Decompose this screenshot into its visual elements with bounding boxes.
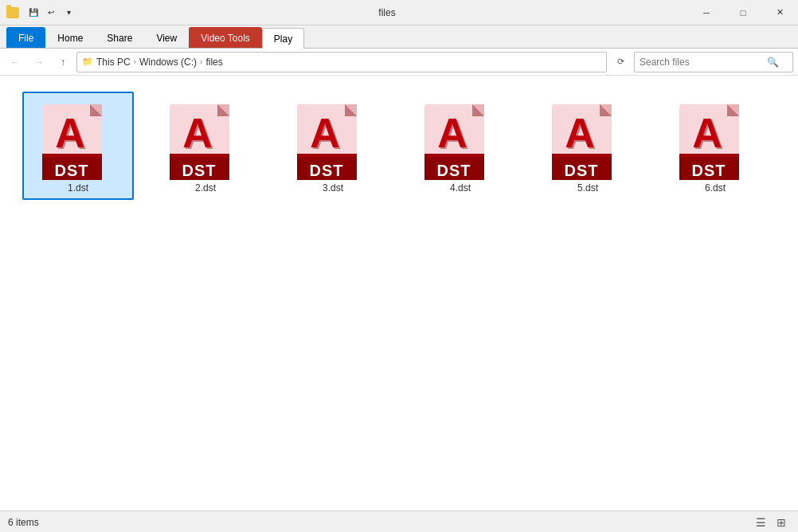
svg-text:DST: DST	[182, 162, 217, 179]
back-button[interactable]: ←	[5, 52, 25, 72]
svg-text:A: A	[437, 110, 467, 156]
dst-file-icon: DST A A A	[675, 98, 755, 178]
breadcrumb-folder-icon: 📁	[82, 57, 93, 67]
forward-button[interactable]: →	[29, 52, 49, 72]
refresh-button[interactable]: ⟳	[610, 52, 631, 72]
large-icons-view-btn[interactable]: ⊞	[773, 514, 790, 531]
title-bar-left: 💾 ↩ ▾	[0, 5, 86, 21]
dst-file-icon: DST A A A	[293, 98, 373, 178]
svg-text:DST: DST	[55, 162, 89, 179]
file-item-3[interactable]: DST A A A 3.dst	[277, 92, 389, 200]
tab-video-tools[interactable]: Video Tools	[189, 27, 262, 48]
file-item-1[interactable]: DST A A A 1.dst	[22, 92, 134, 200]
tab-play[interactable]: Play	[262, 28, 304, 49]
window-title: files	[86, 7, 688, 18]
minimize-button[interactable]: ─	[688, 0, 725, 25]
view-controls: ☰ ⊞	[752, 514, 790, 531]
svg-text:A: A	[310, 110, 340, 156]
window-controls: ─ □ ✕	[688, 0, 798, 25]
ribbon: File Home Share View Video Tools Play	[0, 25, 798, 49]
file-item-6[interactable]: DST A A A 6.dst	[659, 92, 771, 200]
files-grid: DST A A A 1.dst DST	[16, 85, 782, 206]
close-button[interactable]: ✕	[761, 0, 798, 25]
title-bar: 💾 ↩ ▾ files ─ □ ✕	[0, 0, 798, 25]
search-input[interactable]	[640, 57, 767, 68]
up-button[interactable]: ↑	[53, 52, 73, 72]
details-view-btn[interactable]: ☰	[752, 514, 769, 531]
svg-text:DST: DST	[437, 162, 471, 179]
svg-text:DST: DST	[565, 162, 599, 179]
breadcrumb-sep-2: ›	[200, 57, 202, 66]
breadcrumb-this-pc: This PC	[96, 57, 131, 68]
breadcrumb-files: files	[205, 57, 222, 68]
file-item-4[interactable]: DST A A A 4.dst	[405, 92, 516, 200]
quick-access-toolbar: 💾 ↩ ▾	[22, 5, 80, 21]
svg-text:DST: DST	[692, 162, 726, 179]
search-bar[interactable]: 🔍	[634, 52, 793, 72]
tab-view[interactable]: View	[144, 27, 189, 48]
ribbon-tabs: File Home Share View Video Tools Play	[0, 25, 798, 48]
content-area: DST A A A 1.dst DST	[0, 76, 798, 510]
undo-qs-btn[interactable]: ↩	[43, 5, 59, 21]
file-item-5[interactable]: DST A A A 5.dst	[532, 92, 643, 200]
svg-text:A: A	[55, 110, 85, 156]
breadcrumb: 📁 This PC › Windows (C:) › files	[82, 57, 223, 68]
dst-file-icon: DST A A A	[38, 98, 118, 178]
tab-share[interactable]: Share	[95, 27, 144, 48]
breadcrumb-sep-1: ›	[134, 57, 136, 66]
maximize-button[interactable]: □	[725, 0, 761, 25]
svg-text:A: A	[692, 110, 722, 156]
qs-dropdown-btn[interactable]: ▾	[61, 5, 76, 21]
status-bar: 6 items ☰ ⊞	[0, 510, 798, 532]
file-item-2[interactable]: DST A A A 2.dst	[150, 92, 261, 200]
folder-icon	[6, 7, 19, 18]
tab-home[interactable]: Home	[45, 27, 95, 48]
svg-text:DST: DST	[310, 162, 344, 179]
search-icon: 🔍	[767, 57, 779, 68]
tab-file[interactable]: File	[6, 27, 45, 48]
dst-file-icon: DST A A A	[166, 98, 245, 178]
svg-text:A: A	[182, 110, 213, 156]
dst-file-icon: DST A A A	[421, 98, 500, 178]
breadcrumb-windows-c: Windows (C:)	[139, 57, 197, 68]
nav-bar: ← → ↑ 📁 This PC › Windows (C:) › files ⟳…	[0, 49, 798, 76]
item-count: 6 items	[8, 517, 39, 528]
svg-text:A: A	[565, 110, 595, 156]
address-bar[interactable]: 📁 This PC › Windows (C:) › files	[76, 52, 607, 72]
dst-file-icon: DST A A A	[548, 98, 628, 178]
save-qs-btn[interactable]: 💾	[25, 5, 41, 21]
